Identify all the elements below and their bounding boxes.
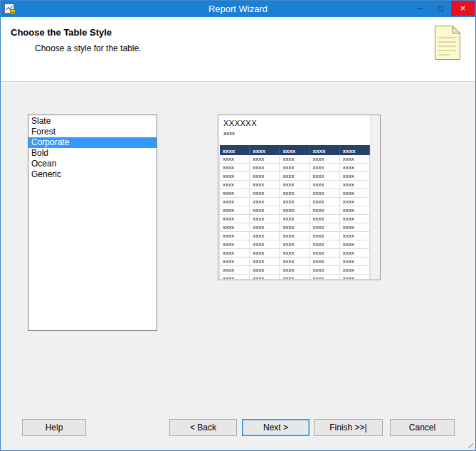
cancel-button[interactable]: Cancel <box>390 419 455 436</box>
preview-table-cell: xxxx <box>220 189 250 198</box>
close-button[interactable]: × <box>451 1 475 16</box>
preview-table-cell: xxxx <box>339 198 369 206</box>
preview-column-header: xxxx <box>280 146 310 155</box>
preview-table-cell: xxxx <box>310 215 339 223</box>
preview-table-cell: xxxx <box>220 164 250 172</box>
preview-table-cell: xxxx <box>220 172 250 181</box>
preview-table-cell: xxxx <box>220 232 250 240</box>
preview-table-cell: xxxx <box>220 258 250 266</box>
preview-table-cell: xxxx <box>280 266 310 275</box>
style-list-item-forest[interactable]: Forest <box>28 127 157 137</box>
style-list-item-corporate[interactable]: Corporate <box>28 137 157 148</box>
style-list-item-ocean[interactable]: Ocean <box>28 159 157 169</box>
preview-table-cell: xxxx <box>280 215 310 223</box>
preview-table-cell: xxxx <box>280 155 310 164</box>
preview-table-cell: xxxx <box>220 181 250 189</box>
preview-table-cell: xxxx <box>280 232 310 240</box>
preview-table-row: xxxxxxxxxxxxxxxxxxxx <box>220 198 370 206</box>
preview-table-cell: xxxx <box>280 258 310 266</box>
page-subtitle: Choose a style for the table. <box>35 43 141 53</box>
preview-table-cell: xxxx <box>280 164 310 172</box>
back-button[interactable]: < Back <box>169 419 237 436</box>
preview-table-cell: xxxx <box>280 189 310 198</box>
preview-table-cell: xxxx <box>339 189 369 198</box>
preview-table-row: xxxxxxxxxxxxxxxxxxxx <box>220 164 370 172</box>
preview-table-cell: xxxx <box>339 249 369 258</box>
preview-table-cell: xxxx <box>250 206 280 215</box>
preview-table-cell: xxxx <box>220 198 250 206</box>
preview-table-cell: xxxx <box>220 240 250 249</box>
style-list-item-generic[interactable]: Generic <box>28 169 157 180</box>
preview-table-cell: xxxx <box>250 215 280 223</box>
preview-table-cell: xxxx <box>220 266 250 275</box>
preview-table-cell: xxxx <box>310 249 339 258</box>
preview-table-cell: xxxx <box>220 249 250 258</box>
preview-table-cell: xxxx <box>250 189 280 198</box>
titlebar: Report Wizard – □ × <box>1 1 475 17</box>
preview-table-row: xxxxxxxxxxxxxxxxxxxx <box>220 258 370 266</box>
finish-button[interactable]: Finish >>| <box>314 419 383 436</box>
preview-table-cell: xxxx <box>250 155 280 164</box>
preview-report-title: XXXXXX <box>223 119 257 127</box>
preview-table-cell: xxxx <box>250 198 280 206</box>
preview-table-cell: xxxx <box>310 206 339 215</box>
preview-table-cell: xxxx <box>339 275 369 280</box>
preview-column-header: xxxx <box>220 146 250 155</box>
preview-table-cell: xxxx <box>339 172 369 181</box>
preview-table-cell: xxxx <box>310 155 339 164</box>
preview-table-cell: xxxx <box>310 240 339 249</box>
preview-table-cell: xxxx <box>339 223 369 232</box>
preview-table-cell: xxxx <box>250 181 280 189</box>
preview-table-cell: xxxx <box>310 164 339 172</box>
preview-table-row: xxxxxxxxxxxxxxxxxxxx <box>220 232 370 240</box>
preview-table-cell: xxxx <box>220 155 250 164</box>
preview-table-cell: xxxx <box>220 223 250 232</box>
preview-table-cell: xxxx <box>310 172 339 181</box>
preview-table-cell: xxxx <box>280 240 310 249</box>
page-title: Choose the Table Style <box>11 27 112 38</box>
preview-table-cell: xxxx <box>339 181 369 189</box>
preview-column-header: xxxx <box>250 146 280 155</box>
window-title: Report Wizard <box>1 1 475 17</box>
style-preview-pane: XXXXXX xxxx xxxxxxxxxxxxxxxxxxxx xxxxxxx… <box>218 115 381 280</box>
maximize-button[interactable]: □ <box>430 1 451 16</box>
preview-table-cell: xxxx <box>310 275 339 280</box>
preview-table-row: xxxxxxxxxxxxxxxxxxxx <box>220 240 370 249</box>
preview-table-cell: xxxx <box>280 172 310 181</box>
preview-table-row: xxxxxxxxxxxxxxxxxxxx <box>220 189 370 198</box>
window-controls: – □ × <box>410 1 475 16</box>
preview-table-row: xxxxxxxxxxxxxxxxxxxx <box>220 206 370 215</box>
preview-table-cell: xxxx <box>310 223 339 232</box>
preview-table-cell: xxxx <box>339 266 369 275</box>
preview-table-header-row: xxxxxxxxxxxxxxxxxxxx <box>220 146 370 155</box>
preview-scrollbar[interactable] <box>370 115 380 280</box>
preview-table-cell: xxxx <box>250 249 280 258</box>
preview-table-cell: xxxx <box>280 206 310 215</box>
preview-table-cell: xxxx <box>339 240 369 249</box>
preview-table-cell: xxxx <box>310 258 339 266</box>
preview-table-cell: xxxx <box>339 258 369 266</box>
preview-table-cell: xxxx <box>339 206 369 215</box>
resize-grip[interactable] <box>465 440 473 448</box>
next-button[interactable]: Next > <box>242 419 310 436</box>
preview-table-cell: xxxx <box>339 215 369 223</box>
preview-table-cell: xxxx <box>280 249 310 258</box>
preview-table-row: xxxxxxxxxxxxxxxxxxxx <box>220 172 370 181</box>
style-list-item-bold[interactable]: Bold <box>28 148 157 159</box>
preview-table-cell: xxxx <box>280 198 310 206</box>
preview-table-cell: xxxx <box>250 172 280 181</box>
preview-table-row: xxxxxxxxxxxxxxxxxxxx <box>220 266 370 275</box>
preview-table-cell: xxxx <box>310 266 339 275</box>
style-list-item-slate[interactable]: Slate <box>28 116 157 127</box>
preview-table-cell: xxxx <box>250 275 280 280</box>
preview-table-cell: xxxx <box>220 215 250 223</box>
preview-table-cell: xxxx <box>220 206 250 215</box>
preview-table-cell: xxxx <box>280 181 310 189</box>
style-listbox[interactable]: SlateForestCorporateBoldOceanGeneric <box>28 115 157 331</box>
preview-table-row: xxxxxxxxxxxxxxxxxxxx <box>220 249 370 258</box>
help-button[interactable]: Help <box>22 419 86 436</box>
preview-table-cell: xxxx <box>220 275 250 280</box>
preview-table-cell: xxxx <box>250 223 280 232</box>
preview-table-row: xxxxxxxxxxxxxxxxxxxx <box>220 223 370 232</box>
minimize-button[interactable]: – <box>410 1 430 16</box>
